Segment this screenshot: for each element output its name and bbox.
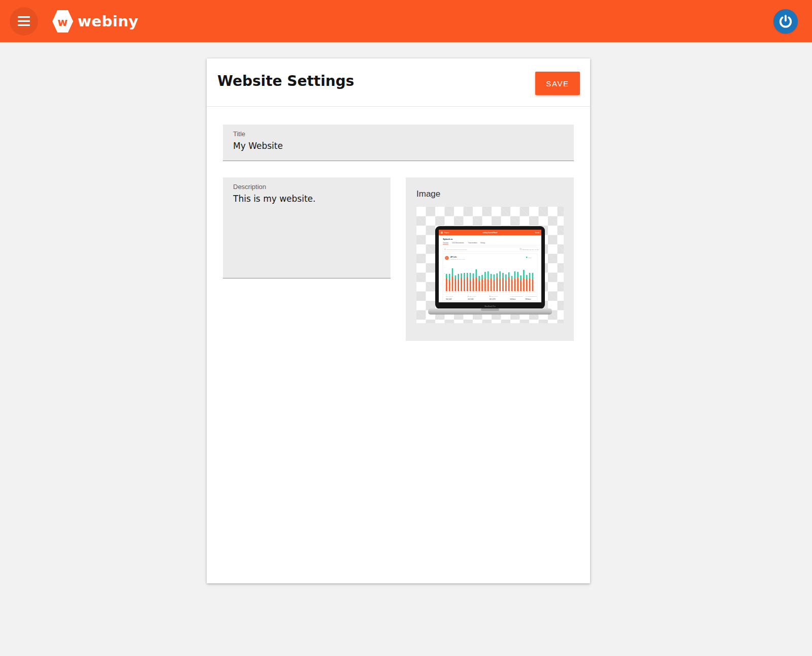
svg-text:Splash.io: Splash.io xyxy=(443,238,453,240)
page-title: Website Settings xyxy=(217,73,354,89)
svg-text:Overview: Overview xyxy=(443,242,448,244)
laptop-notch xyxy=(481,308,499,311)
laptop-device-label: MacBook Pro xyxy=(484,305,496,307)
svg-text:Search for projects or environ: Search for projects or environments xyxy=(447,249,467,251)
description-field[interactable]: Description xyxy=(223,177,391,278)
app-header: w webiny xyxy=(0,0,812,42)
svg-text:769ms: 769ms xyxy=(525,298,531,300)
laptop-mockup-image: MacBook Pro xyxy=(416,207,564,323)
title-field-label: Title xyxy=(233,130,564,138)
save-button[interactable]: SAVE xyxy=(535,72,580,95)
description-field-label: Description xyxy=(233,183,380,191)
title-input[interactable] xyxy=(233,141,564,151)
svg-text:563ms: 563ms xyxy=(510,298,515,300)
svg-text:Sven A: Sven A xyxy=(535,232,539,234)
svg-text:Users: Users xyxy=(528,257,532,258)
settings-form: Title Description Image MacBook Pro xyxy=(207,107,590,341)
website-settings-card: Website Settings SAVE Title Description … xyxy=(207,58,590,583)
description-input[interactable] xyxy=(233,194,380,270)
svg-text:Settings: Settings xyxy=(480,242,485,244)
title-field[interactable]: Title xyxy=(223,124,574,161)
image-preview[interactable]: MacBook Pro xyxy=(416,207,564,323)
svg-text:USED API CALLS: USED API CALLS xyxy=(491,296,498,297)
svg-text:24,945: 24,945 xyxy=(468,298,474,300)
logo-wordmark: webiny xyxy=(78,13,139,30)
svg-text:webiny Control Panel: webiny Control Panel xyxy=(482,232,498,234)
svg-text:Last 30 days (24 Jun - 24 Jul): Last 30 days (24 Jun - 24 Jul) xyxy=(522,249,539,251)
hamburger-menu-button[interactable] xyxy=(10,7,38,36)
svg-text:94,342: 94,342 xyxy=(446,298,452,300)
svg-text:AVG PAGE RESPONSE TIME: AVG PAGE RESPONSE TIME xyxy=(525,296,537,297)
svg-text:w: w xyxy=(57,16,68,28)
svg-text:CI/CD Environments: CI/CD Environments xyxy=(452,242,464,244)
svg-text:USED API CALLS: USED API CALLS xyxy=(469,296,476,297)
webiny-logo: w webiny xyxy=(52,10,139,33)
svg-text:69,379: 69,379 xyxy=(490,298,496,300)
svg-text:API Calls: API Calls xyxy=(450,256,457,258)
power-icon xyxy=(778,14,793,29)
image-field-label: Image xyxy=(416,189,563,199)
svg-text:API AVERAGE RESPONSE TIME: API AVERAGE RESPONSE TIME xyxy=(510,296,523,297)
image-field: Image MacBook Pro xyxy=(406,177,574,341)
svg-text:Last 30 days (24 Jun - 24 Jul): Last 30 days (24 Jun - 24 Jul) xyxy=(450,259,465,260)
hamburger-icon xyxy=(18,16,30,18)
webiny-hexagon-icon: w xyxy=(52,10,73,33)
svg-text:Projects: Projects xyxy=(444,232,449,234)
card-header: Website Settings SAVE xyxy=(207,58,590,107)
user-avatar[interactable] xyxy=(773,9,798,34)
svg-text:Team members: Team members xyxy=(468,242,478,244)
svg-text:TOTAL API CALLS: TOTAL API CALLS xyxy=(446,296,453,297)
